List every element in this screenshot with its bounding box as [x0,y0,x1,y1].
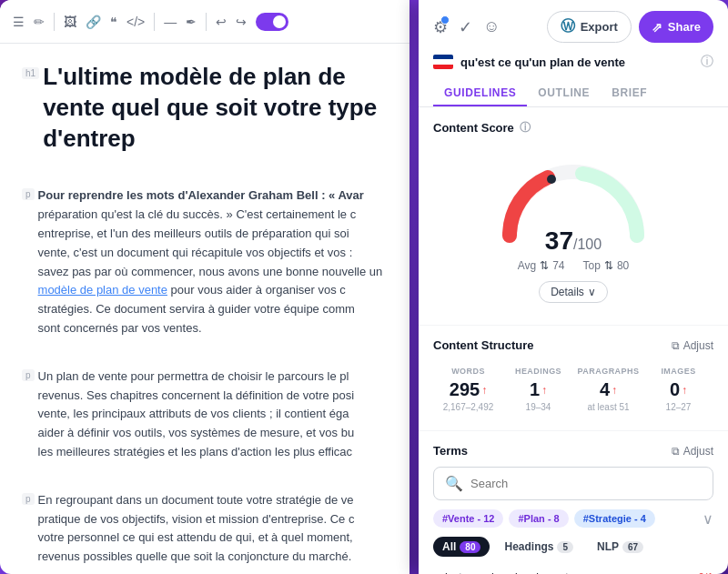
bold-text-1: Pour reprendre les mots d'Alexander Grah… [38,188,364,202]
tag-strategie[interactable]: #Strategie - 4 [574,509,655,528]
adjust-button-terms[interactable]: ⧉ Adjust [672,445,713,458]
headings-range: 19–34 [507,402,570,412]
structure-grid: WORDS 295 ↑ 2,167–2,492 HEADINGS 1 ↑ 19–… [433,361,713,418]
content-structure-section: Content Structure ⧉ Adjust WORDS 295 ↑ 2… [419,326,728,431]
editor-toolbar: ☰ ✏ 🖼 🔗 ❝ </> — ✒ ↩ ↪ [0,0,410,44]
info-icon[interactable]: ⓘ [701,54,713,70]
export-label: Export [581,20,618,34]
minus-icon[interactable]: — [164,15,177,29]
image-icon[interactable]: 🖼 [64,15,76,29]
gauge-top: Top ⇅ 80 [583,259,630,272]
settings-icon[interactable]: ⚙ [433,17,448,37]
share-icon: ⇗ [652,20,662,35]
structure-headings: HEADINGS 1 ↑ 19–34 [503,361,573,418]
search-box[interactable]: 🔍 [433,467,713,500]
pen-icon[interactable]: ✒ [186,15,197,29]
toggle-switch[interactable] [256,13,288,31]
share-button[interactable]: ⇗ Share [639,11,713,43]
tags-row: #Vente - 12 #Plan - 8 #Strategie - 4 [433,509,697,528]
filter-all[interactable]: All 80 [433,537,490,557]
gauge-avg: Avg ⇅ 74 [518,259,565,272]
structure-header: Content Structure ⧉ Adjust [433,338,713,352]
heading-tag: h1 [22,67,39,79]
toolbar-toggle[interactable] [256,13,288,31]
filter-tabs: All 80 Headings 5 NLP 67 [433,537,713,557]
images-arrow: ↑ [682,384,687,397]
code-icon[interactable]: </> [126,15,145,29]
words-label: WORDS [437,367,500,376]
content-score-title: Content Score ⓘ [433,120,713,136]
structure-paragraphs: PARAGRAPHS 4 ↑ at least 51 [573,361,643,418]
panel-top-bar: ⚙ ✓ ☺ Ⓦ Export ⇗ Share [433,11,713,43]
headings-count: 5 [557,541,573,553]
para-tag-1: p [22,188,35,200]
toolbar-divider-1 [54,13,55,31]
panel-icons: ⚙ ✓ ☺ [433,17,500,37]
headings-arrow: ↑ [541,384,547,397]
emoji-icon[interactable]: ☺ [483,17,500,36]
words-value: 295 ↑ [437,379,500,400]
svg-point-0 [547,175,556,184]
filter-nlp[interactable]: NLP 67 [588,537,652,557]
terms-list: qu'est ce qu'un plan de vente 0/1 vente … [433,566,713,574]
structure-title: Content Structure [433,338,534,352]
terms-title: Terms [433,444,468,458]
editor-content: h1 L'ultime modèle de plan de vente quel… [0,44,410,574]
panel-actions: Ⓦ Export ⇗ Share [547,11,713,43]
adjust-icon-terms: ⧉ [672,445,680,458]
images-value: 0 ↑ [647,379,710,400]
editor-paragraph-3: En regroupant dans un document toute vot… [38,491,355,567]
tags-container: #Vente - 12 #Plan - 8 #Strategie - 4 ∨ [433,509,713,528]
details-button[interactable]: Details ∨ [539,281,608,303]
paragraphs-range: at least 51 [577,402,640,412]
structure-images: IMAGES 0 ↑ 12–27 [643,361,713,418]
tab-guidelines[interactable]: GUIDELINES [433,81,527,106]
right-panel: ⚙ ✓ ☺ Ⓦ Export ⇗ Share qu'est [419,0,728,574]
images-label: IMAGES [647,367,710,376]
editor-link[interactable]: modèle de plan de vente [38,283,167,297]
para-tag-3: p [22,493,35,505]
content-score-info-icon[interactable]: ⓘ [520,120,531,136]
para-tag-2: p [22,369,35,381]
chevron-down-icon: ∨ [588,286,596,298]
undo-icon[interactable]: ↩ [216,15,227,29]
paragraphs-label: PARAGRAPHS [577,367,640,376]
share-label: Share [668,20,701,34]
term-row-1: qu'est ce qu'un plan de vente 0/1 [433,566,713,574]
filter-headings[interactable]: Headings 5 [495,537,582,557]
redo-icon[interactable]: ↪ [236,15,247,29]
search-icon: 🔍 [445,475,463,492]
list-icon[interactable]: ☰ [13,15,25,29]
headings-label: HEADINGS [507,367,570,376]
adjust-button-structure[interactable]: ⧉ Adjust [672,339,713,352]
gauge-avg-top: Avg ⇅ 74 Top ⇅ 80 [518,259,630,272]
tab-brief[interactable]: BRIEF [601,81,658,106]
terms-header: Terms ⧉ Adjust [433,444,713,458]
link-icon[interactable]: 🔗 [86,15,101,29]
words-arrow: ↑ [481,384,487,397]
tab-outline[interactable]: OUTLINE [527,81,601,106]
search-input[interactable] [470,477,702,490]
gauge-total: /100 [573,237,602,252]
panel-tabs: GUIDELINES OUTLINE BRIEF [433,81,713,106]
tag-vente[interactable]: #Vente - 12 [433,509,503,528]
terms-section: Terms ⧉ Adjust 🔍 #Vente - 12 #Plan - 8 #… [419,431,728,574]
toolbar-divider-3 [206,13,207,31]
check-icon[interactable]: ✓ [459,17,472,37]
edit-icon[interactable]: ✏ [34,15,45,29]
all-count: 80 [460,541,480,553]
panel-body: Content Score ⓘ 37/1 [419,107,728,574]
tag-plan[interactable]: #Plan - 8 [509,509,568,528]
wordpress-icon: Ⓦ [561,17,575,36]
panel-title-row: qu'est ce qu'un plan de vente ⓘ [433,54,713,70]
paragraphs-value: 4 ↑ [577,379,640,400]
nlp-count: 67 [622,541,643,553]
export-button[interactable]: Ⓦ Export [547,11,632,43]
editor-panel: ☰ ✏ 🖼 🔗 ❝ </> — ✒ ↩ ↪ h1 L'ultime modèle… [0,0,410,574]
quote-icon[interactable]: ❝ [110,15,117,29]
words-range: 2,167–2,492 [437,402,500,412]
structure-words: WORDS 295 ↑ 2,167–2,492 [433,361,503,418]
images-range: 12–27 [647,402,710,412]
gauge-score: 37 [545,227,573,255]
tags-chevron-icon[interactable]: ∨ [703,510,713,528]
